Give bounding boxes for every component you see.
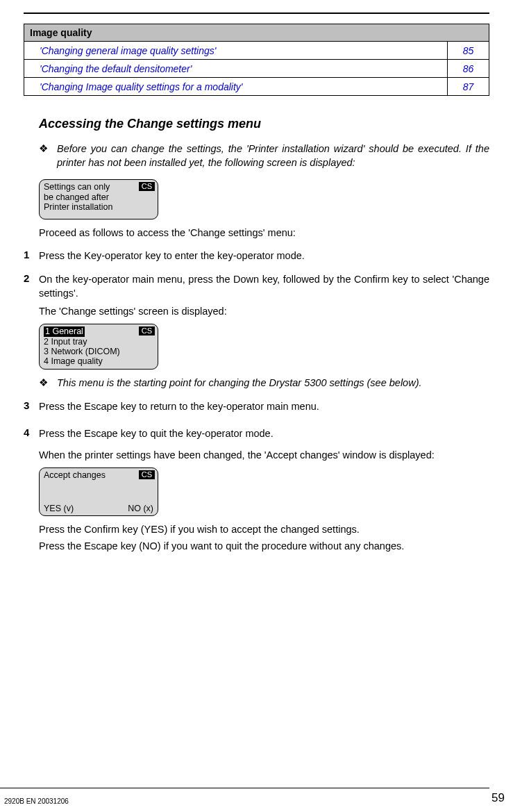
- step-number: 1: [24, 249, 39, 263]
- lcd-screen-accept-changes: CS Accept changes YES (v) NO (x): [39, 467, 158, 516]
- toc-header: Image quality: [24, 24, 489, 42]
- step-text: On the key-operator main menu, press the…: [39, 272, 489, 301]
- toc-page[interactable]: 85: [448, 42, 489, 60]
- toc-table: Image quality 'Changing general image qu…: [24, 24, 489, 96]
- body-text: Press the Confirm key (YES) if you wish …: [39, 523, 489, 537]
- lcd-line-selected: 1 General: [44, 326, 85, 336]
- lcd-line: be changed after: [44, 192, 155, 202]
- diamond-bullet-icon: ❖: [39, 376, 57, 390]
- step-number: 3: [24, 399, 39, 413]
- lcd-no-option: NO (x): [128, 504, 153, 513]
- toc-page[interactable]: 86: [448, 60, 489, 78]
- lcd-line: 4 Image quality: [44, 356, 155, 366]
- cs-badge: CS: [139, 326, 155, 335]
- page-footer: 2920B EN 20031206 59: [0, 788, 513, 805]
- lcd-line: 2 Input tray: [44, 337, 155, 347]
- note-text: This menu is the starting point for chan…: [57, 376, 489, 390]
- footer-doc-id: 2920B EN 20031206: [4, 797, 69, 805]
- lcd-line: Printer installation: [44, 202, 155, 212]
- toc-link[interactable]: 'Changing Image quality settings for a m…: [24, 78, 448, 96]
- body-text: Proceed as follows to access the 'Change…: [39, 226, 489, 240]
- step-subtext: When the printer settings have been chan…: [39, 449, 489, 463]
- cs-badge: CS: [139, 470, 155, 479]
- step-text: Press the Key-operator key to enter the …: [39, 249, 489, 263]
- step-text: Press the Escape key to quit the key-ope…: [39, 426, 489, 440]
- toc-link[interactable]: 'Changing the default densitometer': [24, 60, 448, 78]
- step-text: Press the Escape key to return to the ke…: [39, 399, 489, 413]
- footer-page-number: 59: [491, 791, 510, 805]
- step-subtext: The 'Change settings' screen is displaye…: [39, 305, 489, 319]
- cs-badge: CS: [139, 182, 155, 191]
- lcd-screen-install-warning: CS Settings can only be changed after Pr…: [39, 179, 158, 219]
- lcd-yes-option: YES (v): [44, 504, 74, 513]
- step-number: 4: [24, 426, 39, 463]
- body-text: Press the Escape key (NO) if you want to…: [39, 540, 489, 554]
- diamond-bullet-icon: ❖: [39, 142, 57, 169]
- step-number: 2: [24, 272, 39, 318]
- section-heading: Accessing the Change settings menu: [39, 117, 489, 131]
- toc-link[interactable]: 'Changing general image quality settings…: [24, 42, 448, 60]
- toc-page[interactable]: 87: [448, 78, 489, 96]
- note-text: Before you can change the settings, the …: [57, 142, 489, 169]
- lcd-screen-change-settings: CS 1 General 2 Input tray 3 Network (DIC…: [39, 324, 158, 370]
- lcd-line: 3 Network (DICOM): [44, 347, 155, 356]
